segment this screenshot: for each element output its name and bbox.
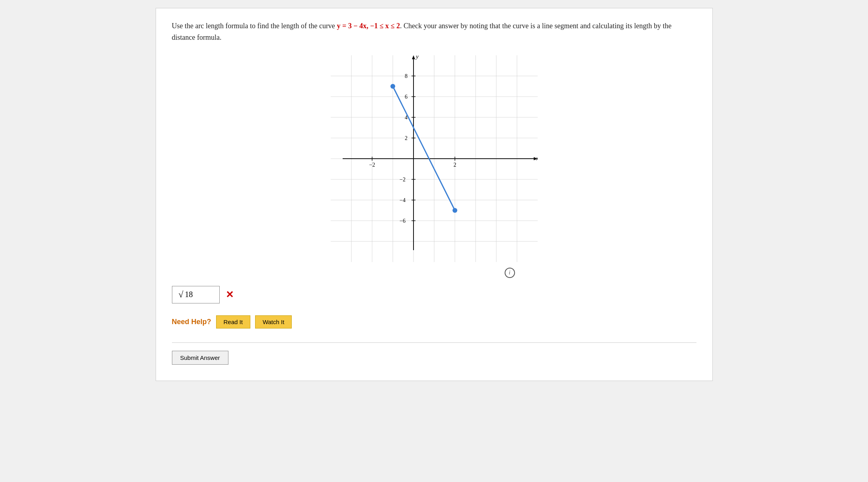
svg-text:y: y — [415, 55, 419, 60]
answer-number: 18 — [185, 290, 193, 299]
problem-text: Use the arc length formula to find the l… — [172, 20, 696, 43]
graph-svg: 8 6 4 2 −2 −4 −6 — [331, 55, 538, 262]
read-it-button[interactable]: Read It — [216, 315, 250, 328]
svg-text:6: 6 — [405, 94, 408, 100]
submit-button[interactable]: Submit Answer — [172, 351, 228, 365]
problem-text-part1: Use the arc length formula to find the l… — [172, 22, 337, 30]
svg-text:−6: −6 — [400, 218, 406, 224]
need-help-section: Need Help? Read It Watch It — [172, 315, 696, 328]
svg-text:x: x — [536, 155, 538, 161]
svg-text:2: 2 — [453, 162, 456, 168]
sqrt-symbol: √ — [179, 290, 183, 300]
svg-text:−4: −4 — [400, 197, 406, 203]
svg-point-44 — [390, 84, 395, 89]
svg-point-45 — [453, 208, 457, 213]
graph-area: 8 6 4 2 −2 −4 −6 — [172, 55, 696, 264]
problem-equation: y = 3 − 4x, −1 ≤ x ≤ 2 — [337, 22, 400, 30]
answer-box: √ 18 — [172, 286, 220, 303]
need-help-label: Need Help? — [172, 318, 211, 326]
svg-text:−2: −2 — [369, 162, 375, 168]
answer-section: √ 18 ✕ — [172, 286, 696, 303]
svg-text:2: 2 — [405, 135, 408, 141]
page-container: Use the arc length formula to find the l… — [156, 8, 713, 381]
submit-section: Submit Answer — [172, 342, 696, 365]
svg-text:8: 8 — [405, 73, 408, 79]
svg-text:−2: −2 — [400, 177, 406, 183]
wrong-icon: ✕ — [226, 289, 234, 300]
watch-it-button[interactable]: Watch It — [255, 315, 292, 328]
info-icon[interactable]: i — [505, 268, 515, 278]
